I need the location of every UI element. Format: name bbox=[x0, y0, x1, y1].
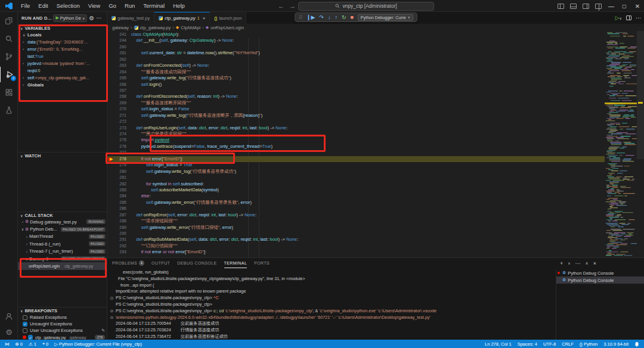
minimap[interactable] bbox=[605, 31, 637, 257]
code-line-261[interactable]: 261 self.current_date: str = datetime.no… bbox=[107, 50, 605, 56]
code-line-287[interactable]: 287 def onRspError(self, error: dict, re… bbox=[107, 212, 605, 218]
code-line-268[interactable]: 268 def onFrontDisconnected(self, reason… bbox=[107, 94, 605, 100]
tab-gateway_test.py[interactable]: gateway_test.py bbox=[107, 12, 154, 24]
code-line-273[interactable]: 273 def onRspUserLogin(self, data: dict,… bbox=[107, 125, 605, 131]
code-line-266[interactable]: 266 self.login() bbox=[107, 82, 605, 88]
command-decoration-icon[interactable] bbox=[110, 316, 113, 319]
code-line-277[interactable]: 277 bbox=[107, 150, 605, 156]
checkbox[interactable]: ✓ bbox=[23, 322, 27, 327]
breadcrumb-item[interactable]: ctp_gateway.py bbox=[140, 25, 171, 30]
code-line-282[interactable]: 282 for symbol in self.subscribed: bbox=[107, 181, 605, 187]
code-line-265[interactable]: 265 self.gateway.write_log("行情服务器连接成功") bbox=[107, 75, 605, 81]
back-arrow-icon[interactable]: ← bbox=[278, 2, 284, 10]
toggle-secondary-sidebar-icon[interactable] bbox=[583, 4, 589, 9]
status-spaces-4[interactable]: Spaces: 4 bbox=[518, 341, 537, 347]
code-line-260[interactable]: 260 bbox=[107, 44, 605, 50]
minimize-button[interactable]: — bbox=[605, 0, 618, 12]
breakpoints-section-header[interactable]: ∨ BREAKPOINTS bbox=[18, 307, 107, 313]
code-line-281[interactable]: 281 bbox=[107, 175, 605, 181]
edit-pencil-icon[interactable]: ✎ bbox=[101, 328, 105, 333]
debug-config-dropdown[interactable]: ▶ Python De ∨ bbox=[53, 14, 87, 22]
step-out-button[interactable]: ↑ bbox=[335, 14, 338, 20]
debug-settings-gear-icon[interactable]: ⚙ bbox=[89, 15, 94, 21]
status-remote[interactable]: ⋈ bbox=[5, 341, 10, 347]
checkbox[interactable] bbox=[23, 328, 27, 333]
terminal-dropdown-icon[interactable]: ∨ bbox=[568, 261, 570, 265]
variable-row-reqid[interactable]: reqid: 0 bbox=[18, 67, 107, 74]
code-line-241[interactable]: 241class CtpMdApi(MdApi): bbox=[107, 32, 605, 38]
status-ln-278-col-1[interactable]: Ln 278, Col 1 bbox=[485, 341, 512, 347]
editor-more-actions-icon[interactable]: ⋯ bbox=[636, 15, 642, 21]
variable-row-locals[interactable]: ∨Locals bbox=[18, 31, 107, 38]
terminal-list-item[interactable]: ⚙Python Debug Console bbox=[556, 276, 644, 284]
breakpoint-row[interactable]: ✓ctp_gateway.pygateway278 bbox=[18, 334, 107, 340]
step-into-button[interactable]: ↓ bbox=[328, 14, 331, 20]
maximize-panel-icon[interactable]: ∧ bbox=[586, 261, 589, 266]
code-line-262[interactable]: 262 bbox=[107, 57, 605, 63]
code-line-285[interactable]: 285 self.gateway.write_error("行情服务器登录失败"… bbox=[107, 200, 605, 206]
menu-edit[interactable]: Edit bbox=[34, 0, 52, 12]
tab-launch.json[interactable]: {}launch.json bbox=[210, 12, 246, 24]
tab-ctp_gateway.py[interactable]: ctp_gateway.py1× bbox=[154, 12, 210, 24]
call-stack-row[interactable]: ›MainThreadPAUSED bbox=[18, 233, 107, 240]
variable-row-globals[interactable]: ›Globals bbox=[18, 81, 107, 88]
run-and-debug-icon[interactable]: 2 bbox=[0, 67, 18, 82]
new-terminal-icon[interactable]: + bbox=[560, 260, 563, 266]
command-center-search[interactable]: vnpy_ctp [Administrator] bbox=[298, 2, 434, 11]
code-line-292[interactable]: 292 """订阅行情回报""" bbox=[107, 243, 605, 249]
variable-row-data[interactable]: ›data: {'TradingDay': '20240603'… bbox=[18, 38, 107, 45]
close-button[interactable]: ✕ bbox=[631, 0, 644, 12]
status--python[interactable]: {} Python bbox=[580, 341, 597, 347]
menu-go[interactable]: Go bbox=[104, 0, 120, 12]
menu-view[interactable]: View bbox=[84, 0, 104, 12]
forward-arrow-icon[interactable]: → bbox=[289, 2, 296, 10]
drag-grip-icon[interactable]: ⠿ bbox=[299, 15, 302, 20]
tab-close-icon[interactable]: × bbox=[203, 15, 206, 21]
breakpoint-row[interactable]: Raised Exceptions bbox=[18, 314, 107, 321]
code-line-280[interactable]: 280 self.gateway.write_log("行情服务器登录成功") bbox=[107, 169, 605, 175]
start-debug-icon[interactable]: ▶ bbox=[55, 15, 58, 20]
search-sidebar-icon[interactable] bbox=[0, 31, 18, 46]
panel-tab-output[interactable]: OUTPUT bbox=[151, 258, 170, 268]
code-line-283[interactable]: 283 self.subscribeMarketData(symbol) bbox=[107, 187, 605, 193]
status-debug[interactable]: ▷Python Debugger: Current File (vnpy_ctp… bbox=[54, 341, 142, 347]
code-line-279[interactable]: 279 self.login_status = True bbox=[107, 162, 605, 168]
menu-help[interactable]: Help bbox=[169, 0, 189, 12]
step-over-button[interactable]: ↷ bbox=[319, 14, 324, 20]
settings-gear-icon[interactable]: ⚙ bbox=[0, 324, 18, 340]
status-error[interactable]: ⊗0 bbox=[16, 341, 23, 347]
breakpoint-row[interactable]: ✓Uncaught Exceptions bbox=[18, 321, 107, 327]
code-line-289[interactable]: 289 self.gateway.write_error("行情接口报错", e… bbox=[107, 225, 605, 231]
customize-layout-icon[interactable] bbox=[595, 4, 602, 9]
call-stack-row[interactable]: ›Thread-6 (_run)PAUSED bbox=[18, 240, 107, 247]
breadcrumb-item[interactable]: CtpMdApi bbox=[181, 25, 200, 30]
breakpoint-row[interactable]: User Uncaught Exceptions✎ bbox=[18, 327, 107, 334]
menu-selection[interactable]: Selection bbox=[52, 0, 84, 12]
call-stack-row[interactable]: ∨Dummy-9PAUSED ON BREAKPOINT bbox=[18, 255, 107, 262]
code-line-269[interactable]: 269 """服务器连接断开回报""" bbox=[107, 100, 605, 106]
stop-button[interactable]: ■ bbox=[350, 14, 353, 20]
restart-button[interactable]: ↻ bbox=[342, 14, 346, 20]
variable-row-error[interactable]: ›error: {'ErrorID': 0, 'ErrorMsg… bbox=[18, 45, 107, 52]
account-icon[interactable] bbox=[0, 309, 18, 324]
code-line-275[interactable]: 275 import pydevd bbox=[107, 137, 605, 143]
command-decoration-icon[interactable] bbox=[110, 310, 113, 313]
status-warn[interactable]: ⚠︎1 bbox=[29, 341, 36, 347]
code-line-286[interactable]: 286 bbox=[107, 206, 605, 212]
menu-file[interactable]: File bbox=[17, 0, 34, 12]
code-line-264[interactable]: 264 """服务器连接成功回报""" bbox=[107, 69, 605, 75]
continue-button[interactable]: ❙▶ bbox=[306, 14, 315, 20]
split-editor-icon[interactable] bbox=[626, 15, 631, 20]
code-line-263[interactable]: 263 def onFrontConnected(self) -> None: bbox=[107, 63, 605, 69]
status-crlf[interactable]: CRLF bbox=[562, 341, 574, 347]
call-stack-row[interactable]: onRspUserLoginctp_gateway.py bbox=[18, 262, 107, 269]
call-stack-row[interactable]: ∨⚙Python Deb...PAUSED ON BREAKPOINT bbox=[18, 225, 107, 232]
watch-section-header[interactable]: ∨ WATCH bbox=[18, 152, 107, 159]
sidebar-more-actions-icon[interactable]: ⋯ bbox=[96, 15, 102, 21]
call-stack-row[interactable]: ›⚙Debug gateway_test.pyRUNNING bbox=[18, 218, 107, 225]
close-panel-icon[interactable]: × bbox=[593, 260, 596, 266]
code-line-272[interactable]: 272 bbox=[107, 119, 605, 125]
checkbox[interactable]: ✓ bbox=[28, 335, 33, 340]
menu-terminal[interactable]: Terminal bbox=[139, 0, 169, 12]
variable-row-pydevd[interactable]: ›pydevd: <module 'pydevd' from '… bbox=[18, 60, 107, 67]
